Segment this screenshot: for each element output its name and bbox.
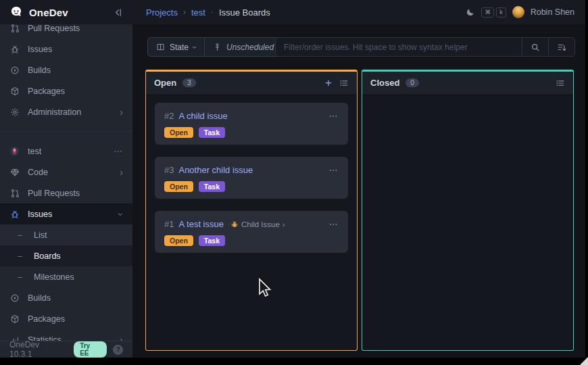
filter-input[interactable]	[276, 38, 522, 56]
search-button[interactable]	[522, 38, 548, 56]
play-circle-icon	[9, 293, 20, 303]
state-label-open: Open	[164, 127, 193, 138]
brand-area: OneDev	[0, 0, 132, 24]
sidebar-item-issues-milestones[interactable]: – Milestones	[0, 266, 132, 287]
issue-card[interactable]: #1 A test issue Child Issue › ⋯	[155, 211, 348, 253]
column-list-icon[interactable]	[339, 78, 349, 88]
sidebar-item-label: Packages	[28, 314, 65, 324]
issue-card[interactable]: #2 A child issue ⋯ Open Task	[155, 103, 348, 145]
sidebar-item-project-pull-requests[interactable]: Pull Requests	[0, 182, 132, 203]
sidebar-item-project-issues[interactable]: Issues ›	[0, 203, 132, 224]
chevron-down-icon: ›	[117, 212, 126, 216]
onedev-logo-icon[interactable]	[9, 5, 23, 19]
breadcrumb-project-link[interactable]: test	[191, 7, 205, 18]
sidebar-item-label: Issues	[28, 45, 52, 54]
sidebar-item-code[interactable]: Code ›	[0, 162, 132, 182]
column-list-icon[interactable]	[556, 78, 565, 88]
pull-request-icon	[9, 24, 20, 33]
topbar-actions: ⌘ k Robin Shen	[466, 6, 585, 18]
issue-card[interactable]: #3 Another child issue ⋯ Open Task	[155, 157, 348, 199]
rocket-icon	[9, 146, 20, 156]
issue-title-link[interactable]: A child issue	[178, 111, 227, 121]
child-bug-icon	[230, 220, 239, 228]
chevron-right-icon: ›	[120, 168, 123, 177]
state-label-open: Open	[164, 181, 193, 192]
dark-mode-toggle-icon[interactable]	[466, 7, 475, 17]
closed-column-title: Closed	[370, 78, 399, 88]
board-columns-icon	[156, 43, 165, 51]
gem-icon	[9, 168, 20, 177]
sidebar-item-issues-list[interactable]: – List	[0, 224, 132, 245]
milestone-dropdown-label: Unscheduled	[226, 43, 274, 52]
breadcrumb-current-page: Issue Boards	[219, 7, 270, 18]
sidebar-item-label: Builds	[28, 293, 51, 303]
sidebar-item-label: Pull Requests	[28, 189, 80, 198]
onedev-app-window: OneDev Projects › test · Issue Boards ⌘ …	[0, 0, 585, 358]
card-menu-icon[interactable]: ⋯	[329, 168, 339, 173]
bug-icon	[9, 45, 20, 54]
play-circle-icon	[9, 66, 20, 75]
sidebar-item-builds[interactable]: Builds	[0, 59, 132, 80]
sidebar-project-label: test	[28, 147, 41, 156]
help-icon[interactable]: ?	[113, 345, 123, 355]
issue-number: #3	[164, 165, 174, 175]
resize-corner	[580, 357, 588, 365]
board-filter-buttons: State › Unscheduled ›	[147, 37, 290, 57]
sidebar-collapse-icon[interactable]	[113, 7, 123, 18]
sidebar-item-pull-requests[interactable]: Pull Requests	[0, 24, 132, 39]
closed-column-body	[362, 94, 573, 112]
sidebar-item-project-packages[interactable]: Packages	[0, 308, 132, 329]
open-column-header: Open 3 +	[146, 72, 357, 94]
sidebar-item-issues[interactable]: Issues	[0, 39, 132, 59]
breadcrumb-dot-separator: ·	[211, 7, 214, 17]
sidebar-item-label: Pull Requests	[28, 24, 80, 33]
child-issue-link[interactable]: Child Issue ›	[230, 220, 285, 228]
sidebar-item-administration[interactable]: Administration ›	[0, 101, 132, 122]
state-label-open: Open	[164, 235, 193, 246]
sidebar-divider	[0, 131, 132, 132]
issue-title-link[interactable]: A test issue	[178, 219, 223, 229]
add-issue-button[interactable]: +	[325, 77, 332, 89]
sidebar-item-packages[interactable]: Packages	[0, 80, 132, 101]
sidebar-item-label: Code	[28, 168, 48, 177]
board-column-closed: Closed 0	[362, 70, 574, 351]
closed-count-badge: 0	[406, 78, 419, 87]
issue-number: #2	[164, 111, 174, 121]
search-icon	[531, 43, 540, 52]
issue-filter-bar	[275, 37, 575, 57]
cmd-key-hint: ⌘	[481, 7, 494, 18]
sort-order-icon	[557, 43, 566, 52]
breadcrumb-projects-link[interactable]: Projects	[146, 7, 178, 18]
card-menu-icon[interactable]: ⋯	[329, 114, 339, 119]
user-name[interactable]: Robin Shen	[531, 7, 574, 17]
issue-number: #1	[164, 219, 174, 229]
sidebar-item-issues-boards[interactable]: – Boards	[0, 245, 132, 266]
sidebar-project-test[interactable]: test ⋯	[0, 141, 132, 162]
order-button[interactable]	[548, 38, 574, 56]
project-menu-icon[interactable]: ⋯	[114, 146, 123, 156]
state-dropdown-label: State	[170, 43, 189, 52]
sub-item-dash: –	[18, 272, 26, 282]
keyboard-shortcut-hint: ⌘ k	[481, 7, 506, 18]
sidebar-item-label: Boards	[34, 251, 61, 261]
sidebar-item-label: Milestones	[34, 272, 74, 282]
chevron-down-icon: ›	[190, 46, 199, 49]
issue-title-link[interactable]: Another child issue	[178, 165, 253, 175]
user-avatar[interactable]	[512, 6, 524, 18]
milestone-icon	[213, 43, 222, 51]
sidebar-item-label: Builds	[28, 66, 51, 75]
gear-icon	[9, 107, 20, 117]
open-count-badge: 3	[182, 78, 196, 87]
open-column-body: #2 A child issue ⋯ Open Task #3 Another …	[146, 94, 357, 262]
breadcrumb: Projects › test · Issue Boards	[132, 7, 270, 18]
state-dropdown-button[interactable]: State ›	[148, 38, 204, 56]
sidebar-item-project-builds[interactable]: Builds	[0, 287, 132, 308]
chevron-right-icon: ›	[120, 335, 123, 341]
sidebar-item-label: Administration	[28, 107, 81, 117]
sidebar-item-label: Packages	[28, 87, 65, 96]
version-label: OneDev 10.3.1	[9, 340, 64, 358]
sidebar-item-statistics[interactable]: Statistics ›	[0, 329, 132, 341]
try-ee-badge[interactable]: Try EE	[74, 341, 107, 358]
card-menu-icon[interactable]: ⋯	[329, 222, 339, 227]
sidebar-item-label: List	[34, 230, 47, 240]
